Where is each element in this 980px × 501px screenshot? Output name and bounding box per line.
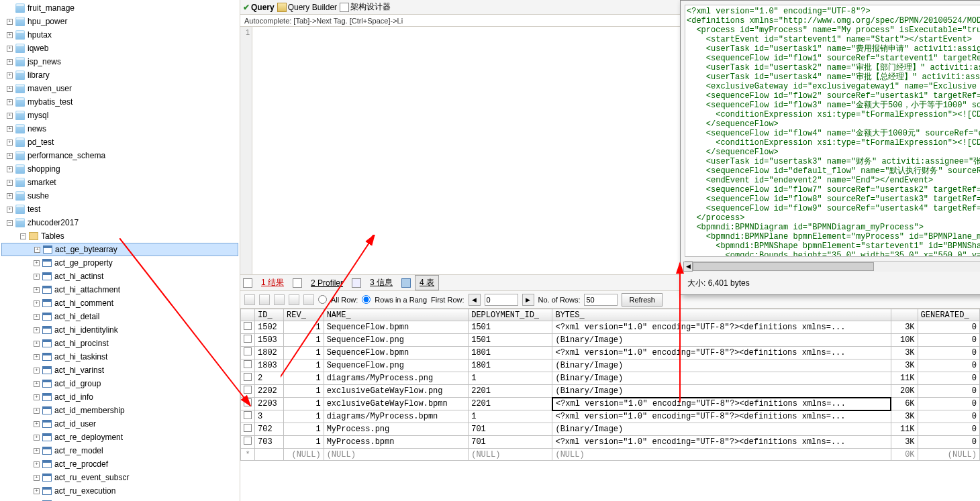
expander-icon[interactable]: + — [34, 381, 40, 387]
tab-profiler[interactable]: 2 Profiler — [306, 276, 348, 290]
scroll-left-icon[interactable]: ◀ — [683, 262, 693, 272]
row-checkbox[interactable] — [244, 373, 252, 381]
table-act_id_user[interactable]: +act_id_user — [1, 417, 238, 431]
expander-icon[interactable]: + — [34, 247, 40, 253]
expander-icon[interactable]: + — [34, 314, 40, 320]
first-row-input[interactable] — [485, 294, 518, 306]
table-act_ru_event_subscr[interactable]: +act_ru_event_subscr — [1, 471, 238, 484]
expander-icon[interactable]: + — [7, 166, 13, 172]
table-act_hi_varinst[interactable]: +act_hi_varinst — [1, 364, 238, 377]
table-row[interactable]: 7031MyProcess.bpmn701 <?xml version="1.0… — [241, 436, 980, 449]
row-checkbox[interactable] — [244, 347, 252, 355]
expander-icon[interactable]: + — [34, 300, 40, 307]
table-row[interactable]: 31diagrams/MyProcess.bpmn1 <?xml version… — [241, 410, 980, 423]
tab-tabledata[interactable]: 4 表 — [415, 275, 439, 290]
column-header[interactable] — [241, 309, 255, 321]
table-act_re_model[interactable]: +act_re_model — [1, 444, 238, 457]
expander-icon[interactable]: + — [34, 421, 40, 427]
db-news[interactable]: +news — [1, 122, 238, 135]
expander-icon[interactable]: + — [34, 408, 40, 414]
expander-icon[interactable]: + — [7, 207, 13, 213]
expander-icon[interactable]: + — [7, 140, 13, 146]
toolbar-icon-4[interactable] — [289, 294, 299, 305]
expander-icon[interactable]: + — [7, 86, 13, 92]
table-act_ge_bytearray[interactable]: +act_ge_bytearray — [1, 243, 238, 256]
column-header[interactable]: BYTES_ — [552, 309, 891, 321]
refresh-button[interactable]: Refresh — [622, 293, 663, 307]
table-act_hi_detail[interactable]: +act_hi_detail — [1, 310, 238, 323]
db-mybatis_test[interactable]: +mybatis_test — [1, 95, 238, 109]
db-hputax[interactable]: +hputax — [1, 28, 238, 42]
expander-icon[interactable]: + — [7, 126, 13, 132]
table-row[interactable]: 22031exclusiveGateWayFlow.bpmn2201 <?xml… — [241, 398, 980, 410]
expander-icon[interactable]: + — [34, 368, 40, 374]
expander-icon[interactable]: + — [34, 435, 40, 441]
db-mysql[interactable]: +mysql — [1, 109, 238, 122]
db-zhucoder2017[interactable]: −zhucoder2017 — [1, 216, 238, 229]
table-row[interactable]: 18021SequenceFlow.bpmn1801 <?xml version… — [241, 347, 980, 359]
tab-info[interactable]: 3 信息 — [365, 275, 397, 290]
db-smarket[interactable]: +smarket — [1, 176, 238, 189]
table-act_hi_actinst[interactable]: +act_hi_actinst — [1, 270, 238, 283]
expander-icon[interactable]: − — [20, 233, 26, 239]
db-jsp_news[interactable]: +jsp_news — [1, 55, 238, 68]
expander-icon[interactable]: + — [7, 193, 13, 199]
table-act_ru_execution[interactable]: +act_ru_execution — [1, 484, 238, 498]
table-row[interactable]: 18031SequenceFlow.png1801 (Binary/Image)… — [241, 359, 980, 372]
db-hpu_power[interactable]: +hpu_power — [1, 15, 238, 28]
db-shopping[interactable]: +shopping — [1, 162, 238, 176]
expander-icon[interactable]: − — [7, 220, 13, 226]
table-act_id_membership[interactable]: +act_id_membership — [1, 404, 238, 417]
db-performance_schema[interactable]: +performance_schema — [1, 149, 238, 162]
table-row[interactable]: 22021exclusiveGateWayFlow.png2201 (Binar… — [241, 385, 980, 398]
column-header[interactable]: NAME_ — [324, 309, 469, 321]
column-header[interactable] — [891, 309, 918, 321]
expander-icon[interactable]: + — [34, 448, 40, 454]
row-checkbox[interactable] — [244, 335, 252, 343]
expander-icon[interactable]: + — [34, 274, 40, 280]
table-act_hi_procinst[interactable]: +act_hi_procinst — [1, 337, 238, 350]
db-sushe[interactable]: +sushe — [1, 189, 238, 203]
row-checkbox[interactable] — [244, 360, 252, 368]
toolbar-icon-1[interactable] — [244, 294, 255, 305]
toolbar-icon-2[interactable] — [259, 294, 270, 305]
row-checkbox[interactable] — [244, 386, 252, 394]
horizontal-scrollbar[interactable]: ◀ ▶ — [685, 261, 980, 272]
query-builder-tab[interactable]: Query Builder — [277, 3, 337, 12]
query-tab[interactable]: ✔Query — [243, 3, 275, 12]
column-header[interactable]: REV_ — [284, 309, 324, 321]
table-row[interactable]: 15031SequenceFlow.png1501 (Binary/Image)… — [241, 334, 980, 347]
toolbar-icon-5[interactable] — [303, 294, 314, 305]
table-act_ge_property[interactable]: +act_ge_property — [1, 256, 238, 270]
table-act_hi_comment[interactable]: +act_hi_comment — [1, 296, 238, 310]
expander-icon[interactable]: + — [34, 461, 40, 467]
expander-icon[interactable]: + — [34, 260, 40, 266]
column-header[interactable]: GENERATED_ — [918, 309, 979, 321]
table-act_ru_identitylink[interactable]: +act_ru_identitylink — [1, 498, 238, 501]
data-grid[interactable]: ID_REV_NAME_DEPLOYMENT_ID_BYTES_GENERATE… — [240, 309, 980, 501]
table-act_hi_attachment[interactable]: +act_hi_attachment — [1, 283, 238, 296]
no-rows-input[interactable] — [584, 294, 618, 306]
expander-icon[interactable]: + — [34, 488, 40, 494]
db-iqweb[interactable]: +iqweb — [1, 42, 238, 55]
expander-icon[interactable]: + — [7, 180, 13, 186]
scroll-thumb[interactable] — [693, 262, 874, 271]
table-act_hi_taskinst[interactable]: +act_hi_taskinst — [1, 350, 238, 364]
table-act_re_deployment[interactable]: +act_re_deployment — [1, 431, 238, 444]
expander-icon[interactable]: + — [7, 72, 13, 78]
table-act_id_group[interactable]: +act_id_group — [1, 377, 238, 390]
tab-result[interactable]: 1 结果 — [256, 275, 289, 290]
db-maven_user[interactable]: +maven_user — [1, 82, 238, 95]
expander-icon[interactable]: + — [34, 287, 40, 293]
expander-icon[interactable]: + — [7, 59, 13, 65]
first-row-prev[interactable]: ◀ — [469, 294, 481, 306]
table-row[interactable]: 7021MyProcess.png701 (Binary/Image)11K0 — [241, 423, 980, 436]
expander-icon[interactable]: + — [34, 394, 40, 400]
rows-range-radio[interactable] — [362, 295, 371, 304]
expander-icon[interactable]: + — [34, 341, 40, 347]
tables-folder[interactable]: −Tables — [1, 229, 238, 243]
table-act_re_procdef[interactable]: +act_re_procdef — [1, 457, 238, 471]
xml-content[interactable]: <?xml version="1.0" encoding="UTF-8"?> <… — [685, 5, 980, 257]
db-library[interactable]: +library — [1, 68, 238, 82]
expander-icon[interactable]: + — [34, 327, 40, 333]
